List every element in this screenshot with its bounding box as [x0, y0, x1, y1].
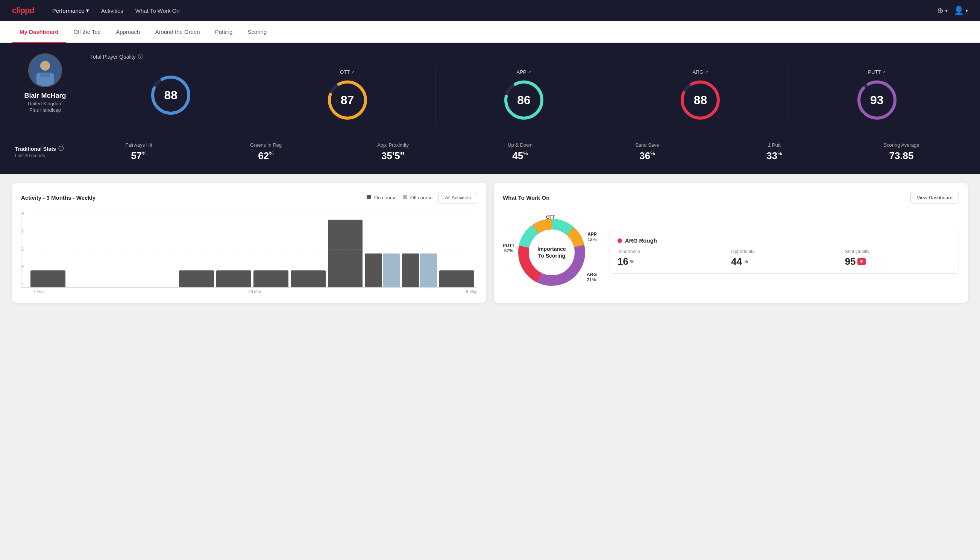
ott-label: OTT ↗ — [340, 69, 354, 75]
divider — [15, 136, 965, 136]
down-badge: ▼ — [857, 258, 866, 265]
tpq-app: APP ↗ 86 — [436, 66, 612, 127]
metric-shot-quality: Shot Quality 95 ▼ — [845, 249, 951, 267]
on-course-bar — [253, 270, 288, 287]
svg-point-1 — [40, 61, 50, 71]
tab-scoring[interactable]: Scoring — [240, 21, 274, 43]
tpq-overall: 88 — [90, 66, 259, 127]
stat-fairways-hit: Fairways Hit 57% — [75, 142, 202, 162]
tab-putting[interactable]: Putting — [208, 21, 240, 43]
overall-score: 88 — [164, 88, 178, 102]
view-dashboard-button[interactable]: View Dashboard — [910, 192, 959, 203]
player-handicap: Plus Handicap — [29, 107, 61, 113]
tabs-bar: My Dashboard Off the Tee Approach Around… — [0, 21, 980, 43]
trad-label-col: Traditional Stats ⓘ Last 20 rounds — [15, 145, 75, 158]
metric-opportunity: Opportunity 44% — [731, 249, 837, 267]
stat-greens-in-reg: Greens In Reg 62% — [202, 142, 329, 162]
work-on-header: What To Work On View Dashboard — [503, 192, 959, 203]
hero-section: Blair McHarg United Kingdom Plus Handica… — [0, 43, 980, 174]
on-course-bar — [439, 270, 474, 287]
bottom-section: Activity - 3 Months - Weekly On course O… — [0, 174, 980, 312]
player-country: United Kingdom — [28, 101, 63, 107]
svg-text:To Scoring: To Scoring — [538, 253, 565, 259]
work-on-card: What To Work On View Dashboard OTT 10% A… — [494, 183, 968, 303]
add-button[interactable]: ⊕ ▾ — [937, 6, 948, 15]
app-ring: 86 — [503, 79, 544, 121]
putt-donut-label: PUTT 57% — [503, 243, 514, 253]
gridline-1 — [30, 268, 477, 268]
tpq-putt: PUTT ↗ 93 — [789, 66, 965, 127]
app-score: 86 — [517, 93, 531, 107]
overall-ring: 88 — [150, 75, 191, 116]
gridline-2 — [30, 249, 477, 249]
off-course-bar — [383, 253, 400, 287]
tab-around-the-green[interactable]: Around the Green — [147, 21, 207, 43]
svg-text:Importance: Importance — [537, 246, 566, 252]
gridline-4 — [30, 211, 477, 211]
tpq-section: Total Player Quality ⓘ 88 — [90, 53, 965, 127]
off-course-bar — [420, 253, 437, 287]
traditional-stats: Traditional Stats ⓘ Last 20 rounds Fairw… — [15, 142, 965, 162]
top-nav: clippd Performance ▾ Activities What To … — [0, 0, 980, 21]
off-course-dot — [403, 195, 407, 199]
stat-scoring-avg: Scoring Average 73.85 — [838, 142, 965, 162]
work-on-title: What To Work On — [503, 195, 549, 201]
tpq-arg: ARG ↗ 88 — [612, 66, 788, 127]
bar-group — [402, 253, 437, 287]
trad-sublabel: Last 20 rounds — [15, 153, 75, 158]
metric-importance: Importance 16% — [617, 249, 724, 267]
tab-approach[interactable]: Approach — [108, 21, 147, 43]
activity-card: Activity - 3 Months - Weekly On course O… — [12, 183, 486, 303]
bar-group — [216, 270, 251, 287]
nav-performance[interactable]: Performance ▾ — [52, 7, 89, 14]
user-menu[interactable]: 👤 ▾ — [954, 6, 968, 15]
activity-card-header: Activity - 3 Months - Weekly On course O… — [21, 192, 477, 203]
all-activities-button[interactable]: All Activities — [438, 192, 477, 203]
nav-what-to-work-on[interactable]: What To Work On — [135, 8, 180, 14]
donut-svg: Importance To Scoring — [514, 215, 589, 290]
app-label: APP ↗ — [517, 69, 531, 75]
on-course-bar — [402, 253, 419, 287]
putt-ring: 93 — [856, 79, 898, 121]
stat-app-proximity: App. Proximity 35'5" — [329, 142, 456, 162]
tab-off-the-tee[interactable]: Off the Tee — [66, 21, 108, 43]
x-axis-labels: 7 Feb 28 Mar 9 May — [21, 289, 477, 294]
on-course-dot — [367, 195, 371, 199]
tpq-ott: OTT ↗ 87 — [259, 66, 435, 127]
logo: clippd — [12, 6, 34, 15]
on-course-bar — [30, 270, 65, 287]
player-info: Blair McHarg United Kingdom Plus Handica… — [15, 53, 75, 113]
player-name: Blair McHarg — [24, 92, 66, 100]
trad-help-icon[interactable]: ⓘ — [58, 145, 63, 152]
info-dot — [617, 238, 622, 243]
on-course-bar — [216, 270, 251, 287]
stat-1-putt: 1 Putt 33% — [711, 142, 838, 162]
bar-chart-inner: 4 3 2 1 0 — [21, 211, 477, 288]
svg-rect-3 — [40, 73, 50, 77]
gridline-3 — [30, 230, 477, 230]
bar-group — [30, 270, 65, 287]
arg-score: 88 — [694, 93, 707, 107]
bar-chart: 4 3 2 1 0 7 Feb 28 Mar 9 May — [21, 211, 477, 294]
on-course-bar — [179, 270, 214, 287]
activity-card-title: Activity - 3 Months - Weekly — [21, 195, 95, 201]
tpq-circles: 88 OTT ↗ 87 — [90, 66, 965, 127]
donut-wrapper: OTT 10% APP 12% ARG 21% PUTT 57% — [503, 211, 601, 294]
ott-ring: 87 — [327, 79, 368, 121]
nav-activities[interactable]: Activities — [101, 8, 123, 14]
trad-label: Traditional Stats ⓘ — [15, 145, 75, 152]
on-course-bar — [291, 270, 326, 287]
tpq-label: Total Player Quality ⓘ — [90, 53, 965, 60]
info-card-header: ARG Rough — [617, 237, 951, 244]
avatar — [28, 53, 62, 87]
stat-up-down: Up & Down 45% — [456, 142, 584, 162]
putt-score: 93 — [870, 93, 884, 107]
tpq-help-icon[interactable]: ⓘ — [138, 53, 143, 60]
bar-group — [291, 270, 326, 287]
bar-group — [439, 270, 474, 287]
bar-group — [253, 270, 288, 287]
tab-my-dashboard[interactable]: My Dashboard — [12, 21, 66, 43]
putt-label: PUTT ↗ — [868, 69, 885, 75]
info-card-title: ARG Rough — [625, 237, 657, 244]
arg-ring: 88 — [679, 79, 721, 121]
